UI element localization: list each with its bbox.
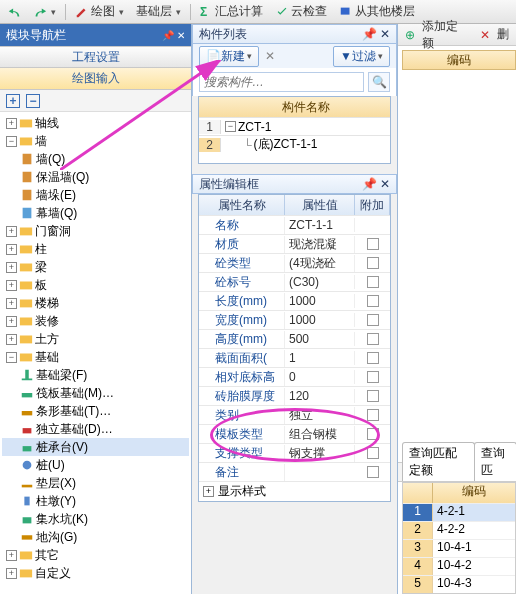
props-title: 属性编辑框📌 ✕ (192, 174, 397, 194)
svg-rect-8 (20, 246, 32, 254)
table-row[interactable]: 1−ZCT-1 (199, 117, 390, 135)
undo-icon[interactable] (4, 4, 24, 20)
prop-row[interactable]: 长度(mm)1000 (199, 291, 390, 310)
component-panel: 构件列表📌 ✕ 📄 新建 ✕ ▼ 过滤 🔍 构件名称 1−ZCT-1 2└ (底… (192, 24, 398, 594)
svg-rect-16 (22, 411, 33, 415)
svg-rect-14 (20, 354, 32, 362)
svg-rect-20 (22, 485, 33, 488)
table-row[interactable]: 24-2-2 (403, 521, 515, 539)
svg-rect-2 (20, 138, 32, 146)
table-row[interactable]: 510-4-3 (403, 575, 515, 593)
table-row[interactable]: 310-4-1 (403, 539, 515, 557)
table-row[interactable]: 2└ (底)ZCT-1-1 (199, 135, 390, 153)
sum-calc-button[interactable]: Σ 汇总计算 (197, 2, 266, 21)
svg-rect-6 (23, 208, 32, 219)
component-grid: 构件名称 1−ZCT-1 2└ (底)ZCT-1-1 (198, 96, 391, 164)
prop-row[interactable]: 模板类型组合钢模 (199, 424, 390, 443)
drawing-menu[interactable]: 绘图 (72, 2, 127, 21)
svg-rect-10 (20, 282, 32, 290)
prop-row[interactable]: 宽度(mm)1000 (199, 310, 390, 329)
prop-row[interactable]: 砼标号(C30) (199, 272, 390, 291)
filter-button[interactable]: ▼ 过滤 (333, 46, 390, 67)
add-norm-button[interactable]: ⊕ 添加定额 (402, 17, 473, 53)
prop-row[interactable]: 高度(mm)500 (199, 329, 390, 348)
svg-rect-17 (23, 428, 32, 433)
layer-menu[interactable]: 基础层 (133, 2, 184, 21)
svg-rect-12 (20, 318, 32, 326)
prop-row[interactable]: 相对底标高0 (199, 367, 390, 386)
project-settings-button[interactable]: 工程设置 (0, 46, 191, 68)
pin-icon[interactable]: 📌 ✕ (362, 27, 390, 41)
delete-button[interactable]: ✕ 删 (477, 25, 512, 44)
sidebar-title: 模块导航栏 📌 ✕ (0, 24, 191, 46)
svg-rect-13 (20, 336, 32, 344)
svg-rect-21 (24, 497, 29, 506)
prop-row[interactable]: 支撑类型钢支撑 (199, 443, 390, 462)
svg-rect-24 (20, 552, 32, 560)
svg-rect-18 (23, 446, 32, 451)
svg-rect-11 (20, 300, 32, 308)
expand-all-icon[interactable]: + (6, 94, 20, 108)
prop-row[interactable]: 砖胎膜厚度120 (199, 386, 390, 405)
svg-rect-9 (20, 264, 32, 272)
cloud-check-button[interactable]: 云检查 (272, 2, 330, 21)
draw-input-button[interactable]: 绘图输入 (0, 68, 191, 90)
svg-rect-23 (22, 535, 33, 539)
component-list-title: 构件列表📌 ✕ (192, 24, 397, 44)
nav-tree: +轴线 −墙 墙(Q) 保温墙(Q) 墙垛(E) 幕墙(Q) +门窗洞 +柱 +… (0, 112, 191, 594)
toggle-icon[interactable]: + (6, 118, 17, 129)
redo-dropdown[interactable] (30, 4, 59, 20)
display-style-row[interactable]: +显示样式 (199, 481, 390, 501)
svg-rect-22 (23, 517, 32, 523)
tab-query[interactable]: 查询匹 (474, 442, 516, 481)
prop-row[interactable]: 截面面积(1 (199, 348, 390, 367)
prop-row[interactable]: 砼类型(4现浇砼 (199, 253, 390, 272)
svg-rect-0 (340, 7, 349, 14)
prop-row[interactable]: 备注 (199, 462, 390, 481)
prop-row[interactable]: 类别独立 (199, 405, 390, 424)
search-input[interactable] (199, 72, 364, 92)
svg-rect-1 (20, 120, 32, 128)
norm-grid: 编码 14-2-124-2-2310-4-1410-4-2510-4-3 (402, 482, 516, 594)
right-panel: ⊕ 添加定额 ✕ 删 编码 查询匹配定额 查询匹 编码 14-2-124-2-2… (398, 24, 516, 594)
prop-row[interactable]: 名称ZCT-1-1 (199, 215, 390, 234)
svg-rect-7 (20, 228, 32, 236)
svg-rect-25 (20, 570, 32, 578)
table-row[interactable]: 14-2-1 (403, 503, 515, 521)
svg-rect-15 (22, 393, 33, 397)
module-nav: 模块导航栏 📌 ✕ 工程设置 绘图输入 + − +轴线 −墙 墙(Q) 保温墙(… (0, 24, 192, 594)
new-button[interactable]: 📄 新建 (199, 46, 259, 67)
svg-rect-4 (23, 172, 32, 183)
svg-point-19 (23, 461, 32, 470)
svg-rect-5 (23, 190, 32, 201)
props-grid: 属性名称 属性值 附加 名称ZCT-1-1材质现浇混凝砼类型(4现浇砼砼标号(C… (198, 194, 391, 502)
svg-rect-3 (23, 154, 32, 165)
collapse-all-icon[interactable]: − (26, 94, 40, 108)
table-row[interactable]: 410-4-2 (403, 557, 515, 575)
prop-row[interactable]: 材质现浇混凝 (199, 234, 390, 253)
code-header: 编码 (402, 50, 516, 70)
pin-icon[interactable]: 📌 ✕ (162, 30, 185, 41)
search-icon[interactable]: 🔍 (368, 72, 390, 92)
tab-match[interactable]: 查询匹配定额 (402, 442, 475, 481)
pin-icon[interactable]: 📌 ✕ (362, 177, 390, 191)
